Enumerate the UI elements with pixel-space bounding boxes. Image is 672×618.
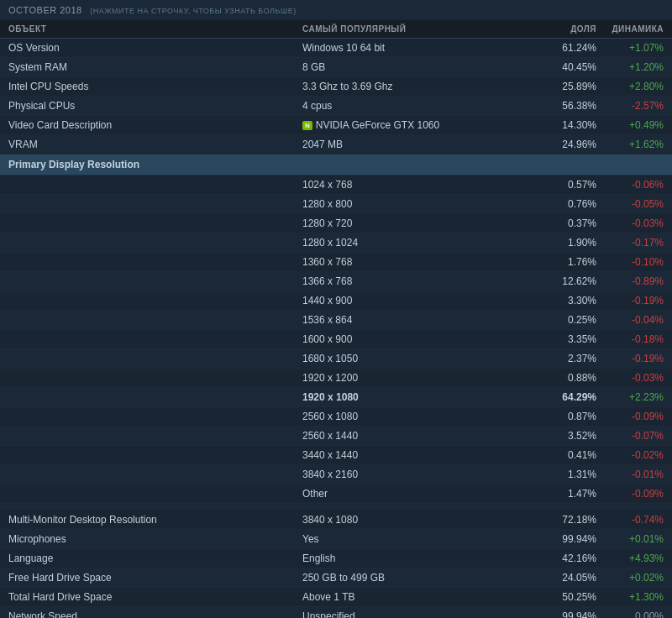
table-row[interactable]: 1280 x 800 0.76% -0.05% bbox=[0, 195, 672, 214]
table-row[interactable]: Free Hard Drive Space 250 GB to 499 GB 2… bbox=[0, 568, 672, 588]
row-value: 1024 x 768 bbox=[302, 179, 529, 191]
resolution-rows: 1024 x 768 0.57% -0.06% 1280 x 800 0.76%… bbox=[0, 175, 672, 504]
row-dynamic: +4.93% bbox=[596, 553, 664, 564]
row-share: 2.37% bbox=[529, 353, 596, 364]
table-row[interactable]: Multi-Monitor Desktop Resolution 3840 x … bbox=[0, 511, 672, 530]
row-share: 24.05% bbox=[529, 572, 596, 584]
table-row[interactable]: 1680 x 1050 2.37% -0.19% bbox=[0, 349, 672, 369]
row-value: 250 GB to 499 GB bbox=[302, 572, 529, 584]
table-row[interactable]: Network Speed Unspecified 99.94% 0.00% bbox=[0, 607, 672, 618]
table-row[interactable]: VRAM 2047 MB 24.96% +1.62% bbox=[0, 135, 672, 154]
table-row[interactable]: 3840 x 2160 1.31% -0.01% bbox=[0, 465, 672, 484]
row-value: 1366 x 768 bbox=[302, 275, 529, 287]
table-row[interactable]: Other 1.47% -0.09% bbox=[0, 484, 672, 504]
row-name: VRAM bbox=[8, 139, 302, 150]
table-row[interactable]: 1600 x 900 3.35% -0.18% bbox=[0, 330, 672, 349]
header-month: OCTOBER 2018 bbox=[8, 5, 82, 15]
table-row[interactable]: 1024 x 768 0.57% -0.06% bbox=[0, 175, 672, 195]
table-row[interactable]: System RAM 8 GB 40.45% +1.20% bbox=[0, 58, 672, 77]
row-name: Language bbox=[8, 553, 302, 564]
row-dynamic: -0.09% bbox=[596, 488, 664, 500]
table-row[interactable]: 1280 x 1024 1.90% -0.17% bbox=[0, 233, 672, 253]
table-row[interactable]: Microphones Yes 99.94% +0.01% bbox=[0, 530, 672, 549]
row-share: 12.62% bbox=[529, 275, 596, 287]
table-row[interactable]: 1920 x 1200 0.88% -0.03% bbox=[0, 369, 672, 388]
row-value: 1680 x 1050 bbox=[302, 353, 529, 364]
table-row[interactable]: 1920 x 1080 64.29% +2.23% bbox=[0, 388, 672, 407]
header-hint: (НАЖМИТЕ НА СТРОЧКУ, ЧТОБЫ УЗНАТЬ БОЛЬШЕ… bbox=[90, 7, 296, 15]
table-row[interactable]: 1366 x 768 12.62% -0.89% bbox=[0, 272, 672, 291]
table-row[interactable]: 1440 x 900 3.30% -0.19% bbox=[0, 291, 672, 311]
table-row[interactable]: Video Card Description NNVIDIA GeForce G… bbox=[0, 116, 672, 135]
row-dynamic: 0.00% bbox=[596, 610, 664, 618]
row-value: Other bbox=[302, 488, 529, 500]
row-name: OS Version bbox=[8, 42, 302, 54]
row-share: 3.30% bbox=[529, 295, 596, 306]
row-value: 1280 x 800 bbox=[302, 198, 529, 210]
row-dynamic: -0.10% bbox=[596, 256, 664, 268]
row-dynamic: -0.74% bbox=[596, 514, 664, 526]
table-row[interactable]: 2560 x 1080 0.87% -0.09% bbox=[0, 407, 672, 427]
row-dynamic: +1.30% bbox=[596, 591, 664, 603]
row-name: System RAM bbox=[8, 61, 302, 73]
row-value: Unspecified bbox=[302, 610, 529, 618]
row-share: 40.45% bbox=[529, 61, 596, 73]
row-value: 1920 x 1080 bbox=[302, 391, 529, 403]
row-dynamic: +2.23% bbox=[596, 391, 664, 403]
row-share: 0.76% bbox=[529, 198, 596, 210]
row-share: 24.96% bbox=[529, 139, 596, 150]
row-value: 2047 MB bbox=[302, 139, 529, 150]
spacer bbox=[0, 504, 672, 511]
table-row[interactable]: Physical CPUs 4 cpus 56.38% -2.57% bbox=[0, 97, 672, 116]
page-header: OCTOBER 2018 (НАЖМИТЕ НА СТРОЧКУ, ЧТОБЫ … bbox=[0, 0, 672, 20]
row-dynamic: -0.09% bbox=[596, 411, 664, 422]
row-share: 99.94% bbox=[529, 533, 596, 545]
table-row[interactable]: 2560 x 1440 3.52% -0.07% bbox=[0, 427, 672, 446]
row-share: 0.87% bbox=[529, 411, 596, 422]
table-row[interactable]: Total Hard Drive Space Above 1 TB 50.25%… bbox=[0, 588, 672, 607]
row-name: Total Hard Drive Space bbox=[8, 591, 302, 603]
row-share: 3.52% bbox=[529, 430, 596, 442]
row-share: 99.94% bbox=[529, 610, 596, 618]
row-dynamic: +1.62% bbox=[596, 139, 664, 150]
row-value: Yes bbox=[302, 533, 529, 545]
row-value: 2560 x 1440 bbox=[302, 430, 529, 442]
row-value: 1536 x 864 bbox=[302, 314, 529, 326]
stats-table: ОБЪЕКТ САМЫЙ ПОПУЛЯРНЫЙ ДОЛЯ ДИНАМИКА OS… bbox=[0, 20, 672, 618]
table-row[interactable]: 1536 x 864 0.25% -0.04% bbox=[0, 311, 672, 330]
table-row[interactable]: 1360 x 768 1.76% -0.10% bbox=[0, 253, 672, 272]
row-name: Free Hard Drive Space bbox=[8, 572, 302, 584]
col-popular: САМЫЙ ПОПУЛЯРНЫЙ bbox=[302, 24, 529, 34]
row-dynamic: -0.04% bbox=[596, 314, 664, 326]
table-row[interactable]: 3440 x 1440 0.41% -0.02% bbox=[0, 446, 672, 465]
row-dynamic: -0.07% bbox=[596, 430, 664, 442]
row-share: 56.38% bbox=[529, 100, 596, 112]
row-value: 1280 x 720 bbox=[302, 217, 529, 229]
nvidia-icon: N bbox=[302, 121, 312, 130]
table-row[interactable]: 1280 x 720 0.37% -0.03% bbox=[0, 214, 672, 233]
main-rows: OS Version Windows 10 64 bit 61.24% +1.0… bbox=[0, 39, 672, 154]
row-value: 3440 x 1440 bbox=[302, 449, 529, 461]
table-row[interactable]: OS Version Windows 10 64 bit 61.24% +1.0… bbox=[0, 39, 672, 58]
row-share: 14.30% bbox=[529, 119, 596, 131]
row-share: 61.24% bbox=[529, 42, 596, 54]
row-value: 1600 x 900 bbox=[302, 333, 529, 345]
row-dynamic: -0.17% bbox=[596, 237, 664, 249]
resolution-section-header[interactable]: Primary Display Resolution bbox=[0, 154, 672, 175]
row-name: Video Card Description bbox=[8, 119, 302, 131]
row-dynamic: -0.19% bbox=[596, 295, 664, 306]
row-dynamic: +1.07% bbox=[596, 42, 664, 54]
row-dynamic: -0.02% bbox=[596, 449, 664, 461]
row-value: 1920 x 1200 bbox=[302, 372, 529, 384]
bottom-rows: Multi-Monitor Desktop Resolution 3840 x … bbox=[0, 511, 672, 618]
row-value: 3840 x 1080 bbox=[302, 514, 529, 526]
row-share: 1.76% bbox=[529, 256, 596, 268]
row-dynamic: +1.20% bbox=[596, 61, 664, 73]
row-share: 25.89% bbox=[529, 81, 596, 92]
row-name: Intel CPU Speeds bbox=[8, 81, 302, 92]
table-row[interactable]: Language English 42.16% +4.93% bbox=[0, 549, 672, 568]
row-dynamic: +2.80% bbox=[596, 81, 664, 92]
table-row[interactable]: Intel CPU Speeds 3.3 Ghz to 3.69 Ghz 25.… bbox=[0, 77, 672, 97]
row-dynamic: -0.01% bbox=[596, 469, 664, 480]
row-name: Multi-Monitor Desktop Resolution bbox=[8, 514, 302, 526]
